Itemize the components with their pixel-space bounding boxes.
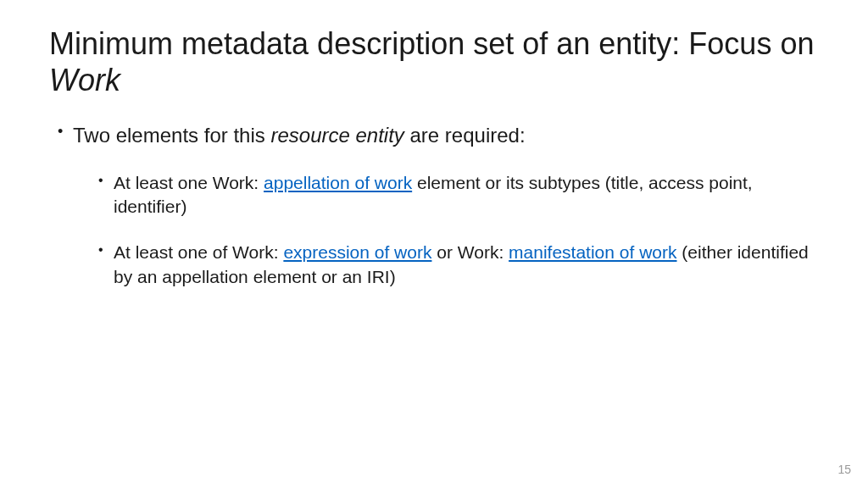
sub2-pre: At least one of Work: (114, 242, 283, 262)
slide-title: Minimum metadata description set of an e… (49, 25, 819, 98)
title-italic: Work (49, 63, 120, 97)
bullet1-pre: Two elements for this (73, 124, 270, 147)
link-manifestation-of-work[interactable]: manifestation of work (509, 242, 676, 262)
bullet-level1: Two elements for this resource entity ar… (58, 122, 819, 148)
sub1-pre: At least one Work: (114, 173, 264, 192)
bullet-level2-item1: At least one Work: appellation of work e… (98, 171, 819, 219)
bullet-level2-item2: At least one of Work: expression of work… (98, 241, 819, 289)
link-appellation-of-work[interactable]: appellation of work (264, 173, 412, 192)
bullet1-post: are required: (404, 124, 526, 147)
sub2-mid: or Work: (431, 242, 509, 262)
bullet1-italic: resource entity (270, 124, 403, 147)
title-text: Minimum metadata description set of an e… (49, 26, 814, 61)
page-number: 15 (837, 463, 851, 476)
link-expression-of-work[interactable]: expression of work (283, 242, 431, 262)
